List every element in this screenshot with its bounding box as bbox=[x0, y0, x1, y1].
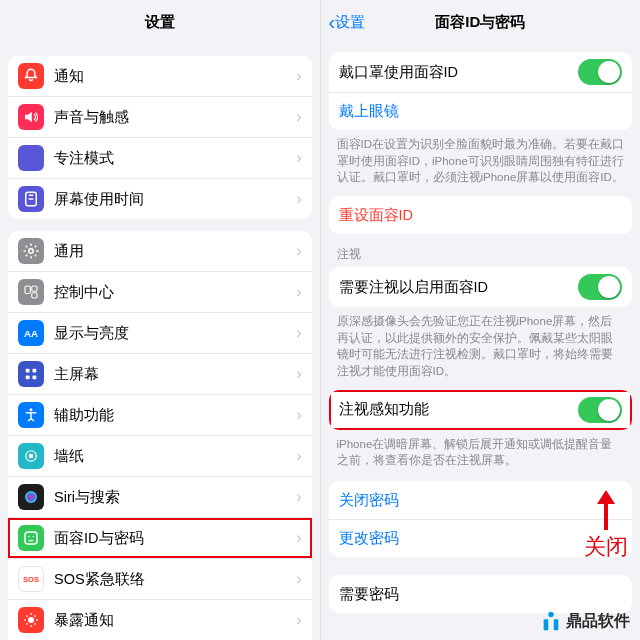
chevron-right-icon: › bbox=[296, 406, 301, 424]
chevron-right-icon: › bbox=[296, 242, 301, 260]
row-label: 主屏幕 bbox=[54, 365, 296, 384]
aa-icon: AA bbox=[18, 320, 44, 346]
svg-rect-7 bbox=[33, 369, 37, 373]
watermark-text: 鼎品软件 bbox=[566, 611, 630, 632]
attention-aware-group: 注视感知功能 bbox=[329, 390, 633, 430]
chevron-right-icon: › bbox=[296, 488, 301, 506]
require-passcode-group: 需要密码 bbox=[329, 575, 633, 613]
row-label: 通用 bbox=[54, 242, 296, 261]
settings-group-2: 通用›控制中心›AA显示与亮度›主屏幕›辅助功能›墙纸›Siri与搜索›面容ID… bbox=[8, 231, 312, 640]
svg-point-16 bbox=[33, 536, 35, 538]
time-icon bbox=[18, 186, 44, 212]
settings-row-sound[interactable]: 声音与触感› bbox=[8, 96, 312, 137]
settings-row-home[interactable]: 主屏幕› bbox=[8, 353, 312, 394]
require-attention-group: 需要注视以启用面容ID bbox=[329, 267, 633, 307]
gear-icon bbox=[18, 238, 44, 264]
chevron-right-icon: › bbox=[296, 611, 301, 629]
chevron-left-icon: ‹ bbox=[329, 11, 336, 34]
cc-icon bbox=[18, 279, 44, 305]
settings-row-sos[interactable]: SOSSOS紧急联络› bbox=[8, 558, 312, 599]
mask-caption: 面容ID在设置为识别全脸面貌时最为准确。若要在戴口罩时使用面容ID，iPhone… bbox=[321, 130, 641, 188]
settings-row-bell[interactable]: 通知› bbox=[8, 56, 312, 96]
reset-faceid-row[interactable]: 重设面容ID bbox=[329, 196, 633, 234]
reset-group: 重设面容ID bbox=[329, 196, 633, 234]
passcode-group: 关闭密码 更改密码 bbox=[329, 481, 633, 557]
bell-icon bbox=[18, 63, 44, 89]
change-passcode-label: 更改密码 bbox=[339, 529, 623, 548]
svg-rect-4 bbox=[32, 293, 37, 298]
settings-row-aa[interactable]: AA显示与亮度› bbox=[8, 312, 312, 353]
glasses-row[interactable]: 戴上眼镜 bbox=[329, 92, 633, 130]
right-title: 面容ID与密码 bbox=[435, 13, 525, 32]
settings-row-cc[interactable]: 控制中心› bbox=[8, 271, 312, 312]
attention-aware-row[interactable]: 注视感知功能 bbox=[329, 390, 633, 430]
right-header: ‹ 设置 面容ID与密码 bbox=[321, 0, 641, 44]
left-title: 设置 bbox=[145, 13, 175, 32]
sound-icon bbox=[18, 104, 44, 130]
mask-toggle[interactable] bbox=[578, 59, 622, 85]
require-attention-toggle[interactable] bbox=[578, 274, 622, 300]
chevron-right-icon: › bbox=[296, 447, 301, 465]
moon-icon bbox=[18, 145, 44, 171]
settings-group-1: 通知›声音与触感›专注模式›屏幕使用时间› bbox=[8, 56, 312, 219]
chevron-right-icon: › bbox=[296, 324, 301, 342]
watermark: 鼎品软件 bbox=[540, 610, 630, 632]
left-header: 设置 bbox=[0, 0, 320, 44]
row-label: Siri与搜索 bbox=[54, 488, 296, 507]
require-attention-row[interactable]: 需要注视以启用面容ID bbox=[329, 267, 633, 307]
wall-icon bbox=[18, 443, 44, 469]
svg-point-1 bbox=[29, 249, 34, 254]
svg-rect-3 bbox=[32, 286, 37, 291]
attention-aware-toggle[interactable] bbox=[578, 397, 622, 423]
svg-rect-6 bbox=[26, 369, 30, 373]
settings-row-face[interactable]: 面容ID与密码› bbox=[8, 517, 312, 558]
face-icon bbox=[18, 525, 44, 551]
settings-row-wall[interactable]: 墙纸› bbox=[8, 435, 312, 476]
turn-off-passcode-label: 关闭密码 bbox=[339, 491, 623, 510]
row-label: 控制中心 bbox=[54, 283, 296, 302]
attention-aware-caption: iPhone在调暗屏幕、解锁后展开通知或调低提醒音量之前，将查看你是否在注视屏幕… bbox=[321, 430, 641, 471]
watermark-logo-icon bbox=[540, 610, 562, 632]
siri-icon bbox=[18, 484, 44, 510]
row-label: 声音与触感 bbox=[54, 108, 296, 127]
back-label: 设置 bbox=[335, 13, 365, 32]
settings-row-time[interactable]: 屏幕使用时间› bbox=[8, 178, 312, 219]
svg-text:AA: AA bbox=[24, 328, 38, 339]
settings-row-gear[interactable]: 通用› bbox=[8, 231, 312, 271]
turn-off-passcode-row[interactable]: 关闭密码 bbox=[329, 481, 633, 519]
row-label: 屏幕使用时间 bbox=[54, 190, 296, 209]
chevron-right-icon: › bbox=[296, 67, 301, 85]
row-label: 墙纸 bbox=[54, 447, 296, 466]
svg-rect-23 bbox=[544, 619, 549, 630]
mask-group: 戴口罩使用面容ID 戴上眼镜 bbox=[329, 52, 633, 130]
row-label: 面容ID与密码 bbox=[54, 529, 296, 548]
settings-row-ax[interactable]: 辅助功能› bbox=[8, 394, 312, 435]
ax-icon bbox=[18, 402, 44, 428]
mask-faceid-row[interactable]: 戴口罩使用面容ID bbox=[329, 52, 633, 92]
mask-label: 戴口罩使用面容ID bbox=[339, 63, 579, 82]
svg-point-13 bbox=[25, 491, 37, 503]
svg-point-12 bbox=[29, 454, 34, 459]
attention-aware-label: 注视感知功能 bbox=[339, 400, 579, 419]
chevron-right-icon: › bbox=[296, 149, 301, 167]
chevron-right-icon: › bbox=[296, 283, 301, 301]
chevron-right-icon: › bbox=[296, 570, 301, 588]
row-label: 辅助功能 bbox=[54, 406, 296, 425]
svg-point-18 bbox=[28, 617, 34, 623]
settings-row-moon[interactable]: 专注模式› bbox=[8, 137, 312, 178]
change-passcode-row[interactable]: 更改密码 bbox=[329, 519, 633, 557]
exp-icon bbox=[18, 607, 44, 633]
row-label: 通知 bbox=[54, 67, 296, 86]
sos-icon: SOS bbox=[18, 566, 44, 592]
faceid-pane: ‹ 设置 面容ID与密码 戴口罩使用面容ID 戴上眼镜 面容ID在设置为识别全脸… bbox=[321, 0, 641, 640]
back-button[interactable]: ‹ 设置 bbox=[329, 11, 366, 34]
settings-row-exp[interactable]: 暴露通知› bbox=[8, 599, 312, 640]
attention-header: 注视 bbox=[321, 234, 641, 267]
reset-label: 重设面容ID bbox=[339, 206, 623, 225]
settings-row-siri[interactable]: Siri与搜索› bbox=[8, 476, 312, 517]
require-passcode-row[interactable]: 需要密码 bbox=[329, 575, 633, 613]
svg-point-10 bbox=[30, 408, 33, 411]
chevron-right-icon: › bbox=[296, 190, 301, 208]
svg-point-15 bbox=[28, 536, 30, 538]
svg-rect-9 bbox=[33, 376, 37, 380]
